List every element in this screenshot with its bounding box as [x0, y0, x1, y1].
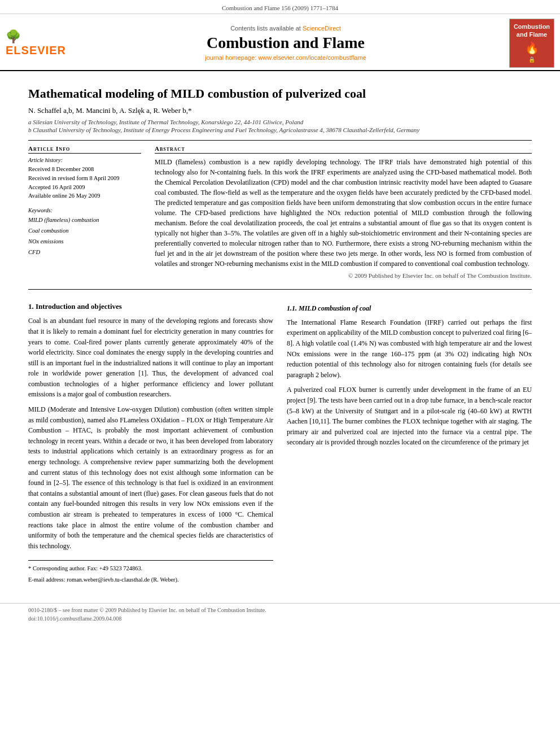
keyword-1: MILD (flameless) combustion [28, 215, 141, 226]
received-revised-date: Received in revised form 8 April 2009 [28, 174, 141, 183]
article-title: Mathematical modeling of MILD combustion… [28, 86, 532, 102]
accepted-date: Accepted 16 April 2009 [28, 183, 141, 192]
available-date: Available online 26 May 2009 [28, 191, 141, 200]
article-content: Mathematical modeling of MILD combustion… [0, 71, 560, 597]
divider-mid [28, 289, 532, 290]
article-info-label: Article Info [28, 145, 141, 154]
footnote-corresponding: * Corresponding author. Fax: +49 5323 72… [28, 564, 273, 573]
body-para-2: MILD (Moderate and Intensive Low-oxygen … [28, 404, 273, 551]
body-para-3: The International Flame Research Foundat… [287, 317, 532, 381]
abstract-col: Abstract MILD (flameless) combustion is … [155, 145, 532, 285]
body-cols: 1. Introduction and objectives Coal is a… [28, 299, 532, 586]
received-date: Received 8 December 2008 [28, 165, 141, 174]
sciencedirect-line: Contents lists available at ScienceDirec… [62, 25, 509, 32]
abstract-copyright: © 2009 Published by Elsevier Inc. on beh… [155, 272, 532, 279]
affiliation-b: b Clausthal University of Technology, In… [28, 126, 532, 133]
affiliations: a Silesian University of Technology, Ins… [28, 119, 532, 133]
footnote-email: E-mail address: roman.weber@ievb.tu-clau… [28, 575, 273, 584]
issn-line: 0010-2180/$ – see front matter © 2009 Pu… [28, 607, 532, 613]
abstract-label: Abstract [155, 145, 532, 154]
body-para-4: A pulverized coal FLOX burner is current… [287, 385, 532, 448]
journal-title-display: Combustion and Flame [62, 34, 509, 52]
elsevier-wordmark: ELSEVIER [6, 44, 66, 57]
keyword-3: NOx emissions [28, 237, 141, 247]
affiliation-a: a Silesian University of Technology, Ins… [28, 119, 532, 125]
badge-lock-icon: 🔒 [512, 56, 552, 64]
header-main: 🌳 ELSEVIER Contents lists available at S… [0, 16, 560, 70]
keyword-2: Coal combustion [28, 226, 141, 237]
footnote-area: * Corresponding author. Fax: +49 5323 72… [28, 560, 273, 584]
body-col-right: 1.1. MILD combustion of coal The Interna… [287, 299, 532, 586]
bottom-bar: 0010-2180/$ – see front matter © 2009 Pu… [0, 603, 560, 622]
elsevier-logo: 🌳 ELSEVIER [6, 29, 62, 57]
keywords-label: Keywords: [28, 207, 141, 213]
authors-text: N. Schaffel a,b, M. Mancini b, A. Szlęk … [28, 106, 191, 115]
keywords-list: MILD (flameless) combustion Coal combust… [28, 215, 141, 258]
section1-heading: 1. Introduction and objectives [28, 301, 273, 312]
abstract-text: MILD (flameless) combustion is a new rap… [155, 157, 532, 269]
article-info-section: Article Info Article history: Received 8… [28, 145, 141, 200]
badge-title-text: Combustionand Flame [512, 23, 552, 39]
elsevier-tree-icon: 🌳 [6, 29, 21, 44]
body-col-left: 1. Introduction and objectives Coal is a… [28, 299, 273, 586]
journal-homepage-line: journal homepage: www.elsevier.com/locat… [62, 54, 509, 61]
page-header: Combustion and Flame 156 (2009) 1771–178… [0, 0, 560, 71]
history-label: Article history: [28, 157, 141, 163]
abstract-section: Abstract MILD (flameless) combustion is … [155, 145, 532, 279]
keywords-section: Keywords: MILD (flameless) combustion Co… [28, 207, 141, 258]
journal-meta-text: Combustion and Flame 156 (2009) 1771–178… [222, 5, 338, 11]
journal-badge: Combustionand Flame 🔥 🔒 [509, 19, 554, 68]
divider-top [28, 140, 532, 141]
journal-meta-bar: Combustion and Flame 156 (2009) 1771–178… [0, 3, 560, 14]
info-abstract-cols: Article Info Article history: Received 8… [28, 145, 532, 285]
keyword-4: CFD [28, 247, 141, 258]
sciencedirect-link[interactable]: ScienceDirect [303, 25, 341, 32]
doi-line: doi:10.1016/j.combustflame.2009.04.008 [28, 615, 532, 622]
article-info-col: Article Info Article history: Received 8… [28, 145, 141, 285]
body-para-1: Coal is an abundant fuel resource in man… [28, 316, 273, 400]
authors-line: N. Schaffel a,b, M. Mancini b, A. Szlęk … [28, 106, 532, 115]
journal-homepage-link[interactable]: journal homepage: www.elsevier.com/locat… [205, 54, 366, 61]
header-center: Contents lists available at ScienceDirec… [62, 25, 509, 61]
badge-flame-icon: 🔥 [512, 40, 552, 56]
subsection1-heading: 1.1. MILD combustion of coal [287, 303, 532, 314]
contents-available-text: Contents lists available at [230, 25, 301, 32]
